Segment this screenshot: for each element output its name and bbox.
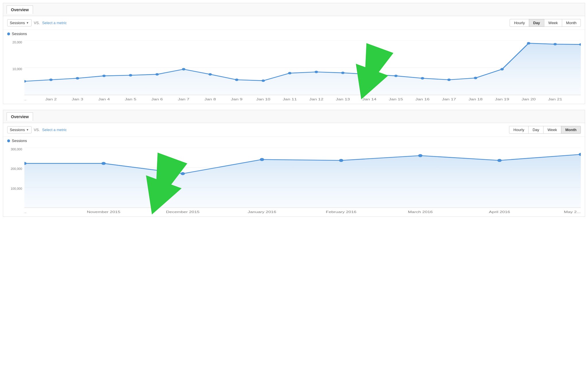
svg-text:Jan 12: Jan 12 <box>309 97 323 101</box>
chart-container-1: 20,000 10,000 <box>7 41 581 104</box>
svg-point-4 <box>49 78 53 81</box>
svg-text:Jan 4: Jan 4 <box>98 97 110 101</box>
dropdown-arrow-1: ▼ <box>26 21 29 24</box>
x-axis-1: ... Jan 2 Jan 3 Jan 4 Jan 5 Jan 6 Jan 7 … <box>24 96 581 104</box>
svg-text:March 2016: March 2016 <box>408 210 433 214</box>
svg-text:Jan 18: Jan 18 <box>469 97 483 101</box>
svg-point-18 <box>421 77 424 79</box>
svg-point-56 <box>418 154 423 157</box>
svg-text:Jan 15: Jan 15 <box>389 97 403 101</box>
svg-text:January 2016: January 2016 <box>248 210 276 214</box>
y-axis-1: 20,000 10,000 <box>7 41 24 95</box>
controls-row-2: Sessions ▼ VS. Select a metric Hourly Da… <box>3 123 585 137</box>
svg-text:Jan 17: Jan 17 <box>442 97 456 101</box>
btn-week-1[interactable]: Week <box>544 19 562 27</box>
panel-1: Overview Sessions ▼ VS. Select a metric … <box>3 3 585 104</box>
svg-text:Jan 21: Jan 21 <box>548 97 562 101</box>
x-axis-2: ... November 2015 December 2015 January … <box>24 208 581 216</box>
vs-label-1: VS. <box>34 21 40 25</box>
legend-2: Sessions <box>3 137 585 145</box>
metric-label-2: Sessions <box>10 128 25 132</box>
svg-text:April 2016: April 2016 <box>489 210 510 214</box>
metric-dropdown-1[interactable]: Sessions ▼ <box>7 19 32 26</box>
select-metric-link-1[interactable]: Select a metric <box>42 21 67 25</box>
svg-point-23 <box>554 43 557 45</box>
svg-point-22 <box>527 42 530 44</box>
chart-svg-container-2 <box>24 147 581 208</box>
overview-tab-1[interactable]: Overview <box>7 5 33 14</box>
y-axis-2: 300,000 200,000 100,000 <box>7 147 24 208</box>
legend-dot-1 <box>7 32 10 35</box>
svg-text:Jan 2: Jan 2 <box>45 97 57 101</box>
metric-dropdown-2[interactable]: Sessions ▼ <box>7 126 32 133</box>
panel-2-header: Overview <box>3 110 585 123</box>
svg-text:Jan 3: Jan 3 <box>72 97 83 101</box>
overview-tab-2[interactable]: Overview <box>7 112 33 121</box>
legend-1: Sessions <box>3 30 585 38</box>
svg-text:Jan 13: Jan 13 <box>336 97 350 101</box>
svg-text:...: ... <box>24 97 26 101</box>
svg-point-10 <box>208 73 212 75</box>
y-label-2-top: 300,000 <box>7 147 24 151</box>
btn-month-1[interactable]: Month <box>562 19 581 27</box>
svg-point-6 <box>102 75 106 77</box>
svg-text:Jan 20: Jan 20 <box>522 97 536 101</box>
svg-point-21 <box>500 68 504 70</box>
svg-point-55 <box>339 159 343 162</box>
y-label-1-mid: 10,000 <box>7 67 24 71</box>
svg-text:Jan 11: Jan 11 <box>283 97 297 101</box>
svg-text:Jan 10: Jan 10 <box>256 97 270 101</box>
metric-label-1: Sessions <box>10 21 25 25</box>
svg-text:Jan 5: Jan 5 <box>125 97 136 101</box>
svg-text:Jan 19: Jan 19 <box>495 97 509 101</box>
svg-text:May 2...: May 2... <box>564 210 581 214</box>
svg-point-9 <box>182 68 185 70</box>
btn-week-2[interactable]: Week <box>543 126 561 134</box>
btn-hourly-1[interactable]: Hourly <box>510 19 529 27</box>
dropdown-arrow-2: ▼ <box>26 128 29 131</box>
svg-text:Jan 6: Jan 6 <box>151 97 163 101</box>
svg-point-13 <box>288 72 291 74</box>
btn-month-2[interactable]: Month <box>561 126 581 134</box>
legend-label-1: Sessions <box>12 32 27 36</box>
chart-area-1: 20,000 10,000 <box>3 38 585 104</box>
time-buttons-1: Hourly Day Week Month <box>510 19 581 27</box>
svg-point-19 <box>447 78 451 81</box>
svg-text:February 2016: February 2016 <box>326 210 357 214</box>
legend-dot-2 <box>7 139 10 142</box>
svg-text:Jan 16: Jan 16 <box>415 97 430 101</box>
btn-day-1[interactable]: Day <box>529 19 544 27</box>
btn-hourly-2[interactable]: Hourly <box>509 126 529 134</box>
svg-point-14 <box>315 71 318 73</box>
svg-text:Jan 14: Jan 14 <box>362 97 376 101</box>
time-buttons-2: Hourly Day Week Month <box>509 126 581 134</box>
svg-point-20 <box>474 77 477 79</box>
svg-point-8 <box>155 73 159 75</box>
svg-text:...: ... <box>24 210 26 214</box>
svg-text:November 2015: November 2015 <box>87 210 120 214</box>
svg-text:Jan 9: Jan 9 <box>231 97 242 101</box>
left-controls-1: Sessions ▼ VS. Select a metric <box>7 19 67 26</box>
chart-container-2: 300,000 200,000 100,000 <box>7 147 581 216</box>
svg-point-7 <box>129 74 132 76</box>
left-controls-2: Sessions ▼ VS. Select a metric <box>7 126 67 133</box>
btn-day-2[interactable]: Day <box>528 126 543 134</box>
svg-point-12 <box>262 79 265 82</box>
svg-point-16 <box>368 73 371 75</box>
svg-point-17 <box>394 75 398 77</box>
y-label-1-top: 20,000 <box>7 41 24 44</box>
svg-point-57 <box>497 159 502 162</box>
chart-area-2: 300,000 200,000 100,000 <box>3 145 585 216</box>
chart-svg-container-1 <box>24 41 581 95</box>
svg-text:Jan 8: Jan 8 <box>204 97 216 101</box>
svg-point-52 <box>101 162 106 165</box>
select-metric-link-2[interactable]: Select a metric <box>42 128 67 132</box>
svg-point-15 <box>341 72 345 74</box>
legend-label-2: Sessions <box>12 139 27 143</box>
y-label-2-mid: 200,000 <box>7 167 24 170</box>
y-label-2-low: 100,000 <box>7 187 24 190</box>
panel-1-header: Overview <box>3 3 585 16</box>
svg-point-53 <box>181 172 185 175</box>
line-chart-1 <box>24 41 581 95</box>
svg-point-5 <box>76 77 79 79</box>
